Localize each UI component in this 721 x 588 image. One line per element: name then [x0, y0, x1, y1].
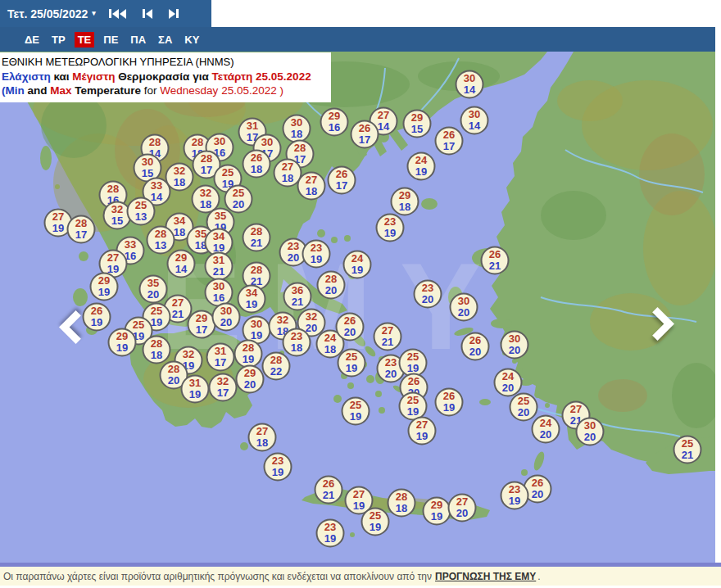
min-temp: 18: [299, 186, 324, 197]
max-temp: 30: [244, 319, 270, 330]
min-temp: 19: [92, 287, 117, 298]
station-temp-bubble: 3520: [139, 275, 168, 304]
min-temp: 19: [318, 533, 343, 545]
max-temp: 25: [215, 167, 241, 179]
min-temp: 20: [450, 508, 475, 519]
max-temp: 29: [392, 190, 418, 201]
min-temp: 19: [424, 511, 450, 522]
max-temp: 33: [118, 239, 143, 251]
min-temp: 20: [141, 289, 166, 301]
max-temp: 25: [144, 305, 170, 317]
max-temp: 26: [463, 335, 488, 346]
top-bar: Τετ. 25/05/2022 ▾: [0, 0, 721, 27]
day-tab-ΠΑ[interactable]: ΠΑ: [127, 32, 149, 47]
min-temp: 19: [378, 228, 403, 239]
station-temp-bubble: 3020: [501, 331, 529, 360]
max-temp: 27: [347, 489, 372, 500]
previous-day-icon: [143, 9, 145, 18]
station-temp-bubble: 2420: [532, 415, 560, 444]
min-temp: 20: [214, 317, 239, 328]
max-temp: 25: [363, 510, 388, 522]
max-temp: 27: [371, 110, 397, 121]
station-temp-bubble: 3121: [205, 252, 234, 281]
day-tab-ΤΕ[interactable]: ΤΕ: [75, 32, 95, 47]
min-temp: 19: [409, 166, 434, 178]
date-nav-buttons: [109, 8, 179, 20]
max-temp: 27: [275, 161, 301, 173]
min-temp: 17: [329, 180, 355, 192]
station-temp-bubble: 2619: [435, 388, 464, 417]
day-tab-ΚΥ[interactable]: ΚΥ: [181, 32, 202, 47]
max-temp: 27: [410, 419, 435, 431]
chevron-down-icon: ▾: [92, 10, 96, 17]
max-temp: 25: [339, 351, 365, 363]
max-temp: 25: [343, 400, 369, 411]
min-temp: 14: [457, 84, 483, 96]
next-day-icon: [176, 9, 179, 18]
min-temp: 21: [375, 337, 401, 348]
max-temp: 27: [250, 426, 275, 437]
max-temp: 27: [101, 252, 126, 264]
max-temp: 30: [255, 137, 280, 148]
min-temp: 19: [236, 354, 261, 365]
max-temp: 29: [189, 313, 215, 324]
max-temp: 28: [161, 364, 187, 375]
max-temp: 28: [101, 183, 126, 195]
date-dropdown-button[interactable]: Τετ. 25/05/2022 ▾: [0, 7, 96, 20]
min-temp: 16: [206, 292, 232, 304]
max-temp: 26: [525, 477, 551, 489]
max-temp: 28: [319, 274, 344, 285]
day-tab-ΤΡ[interactable]: ΤΡ: [48, 32, 69, 47]
max-temp: 25: [226, 188, 252, 199]
station-temp-bubble: 2617: [435, 127, 464, 156]
station-temp-bubble: 3217: [209, 373, 238, 402]
max-temp: 29: [92, 275, 117, 287]
min-temp: 20: [226, 199, 252, 210]
station-temp-bubble: 2821: [243, 224, 271, 252]
station-temp-bubble: 2621: [481, 247, 510, 275]
station-temp-bubble: 2420: [494, 369, 523, 397]
skip-first-button[interactable]: [109, 8, 126, 20]
title-line-greek: Ελάχιστη και Μέγιστη Θερμοκρασία για Τετ…: [2, 70, 326, 84]
min-temp: 13: [148, 240, 174, 251]
station-temp-bubble: 2519: [361, 508, 390, 536]
station-temp-bubble: 2920: [236, 365, 265, 394]
max-temp: 25: [675, 438, 701, 450]
max-temp: 23: [304, 242, 329, 254]
max-temp: 32: [176, 349, 202, 360]
day-tab-ΠΕ[interactable]: ΠΕ: [100, 32, 121, 47]
station-temp-bubble: 2319: [302, 240, 331, 269]
station-temp-bubble: 2419: [343, 251, 372, 279]
max-temp: 28: [389, 491, 415, 503]
station-temp-bubble: 2916: [320, 108, 349, 137]
title-box: ΕΘΝΙΚΗ ΜΕΤΕΩΡΟΛΟΓΙΚΗ ΥΠΗΡΕΣΙΑ (HNMS) Ελά…: [0, 52, 331, 102]
station-temp-bubble: 3018: [283, 115, 311, 143]
max-temp: 28: [264, 355, 289, 366]
min-temp: 21: [316, 490, 342, 501]
max-temp: 30: [135, 156, 161, 168]
min-temp: 20: [319, 285, 344, 296]
day-tab-ΔΕ[interactable]: ΔΕ: [21, 32, 43, 47]
forecast-link[interactable]: ΠΡΟΓΝΩΣΗ ΤΗΣ ΕΜΥ: [435, 571, 536, 582]
min-temp: 19: [363, 522, 388, 533]
max-temp: 26: [352, 123, 378, 134]
max-temp: 26: [437, 129, 462, 141]
min-temp: 19: [304, 254, 329, 265]
min-temp: 18: [392, 201, 418, 213]
station-temp-bubble: 3117: [206, 343, 235, 372]
min-temp: 15: [105, 215, 130, 227]
max-temp: 29: [424, 500, 450, 511]
min-temp: 20: [338, 327, 363, 338]
max-temp: 31: [183, 378, 208, 389]
min-temp: 21: [206, 266, 232, 278]
max-temp: 25: [129, 200, 154, 211]
max-temp: 31: [206, 255, 232, 266]
next-day-button[interactable]: [169, 8, 179, 20]
max-temp: 23: [415, 283, 441, 294]
previous-day-button[interactable]: [143, 8, 152, 20]
station-temp-bubble: 2319: [264, 453, 292, 482]
max-temp: 30: [284, 117, 310, 129]
min-temp: 16: [322, 122, 347, 133]
day-tab-ΣΑ[interactable]: ΣΑ: [155, 32, 175, 47]
station-temp-bubble: 3014: [460, 106, 489, 135]
